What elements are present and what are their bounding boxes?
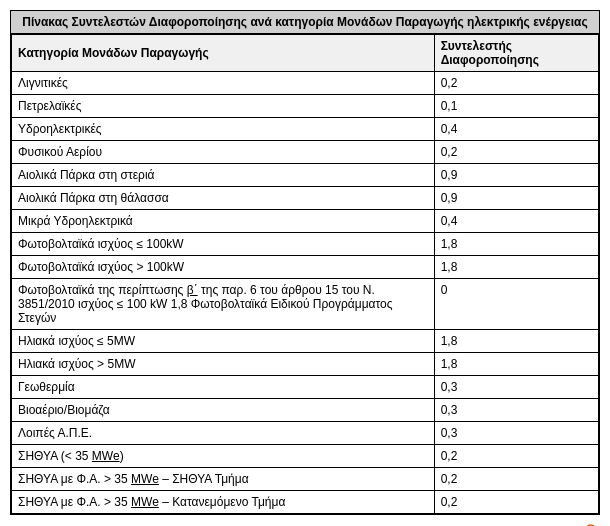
category-cell: ΣΗΘΥΑ με Φ.Α. > 35 MWe – Κατανεμόμενο Τμ… <box>12 491 435 514</box>
col2-header: Συντελεστής Διαφοροποίησης <box>434 35 598 72</box>
table-row: Φωτοβολταϊκά της περίπτωσης β΄ της παρ. … <box>12 279 599 330</box>
table-row: Ηλιακά ισχύος > 5MW1,8 <box>12 353 599 376</box>
category-cell: Ηλιακά ισχύος ≤ 5MW <box>12 330 435 353</box>
table-row: Αιολικά Πάρκα στη θάλασσα0,9 <box>12 187 599 210</box>
category-cell: ΣΗΘΥΑ (< 35 MWe) <box>12 445 435 468</box>
value-cell: 0,2 <box>434 72 598 95</box>
value-cell: 0,3 <box>434 399 598 422</box>
table-row: ΣΗΘΥΑ με Φ.Α. > 35 MWe – Κατανεμόμενο Τμ… <box>12 491 599 514</box>
value-cell: 1,8 <box>434 330 598 353</box>
category-cell: Φωτοβολταϊκά ισχύος > 100kW <box>12 256 435 279</box>
bottom-icon: ⊕ <box>10 515 600 526</box>
value-cell: 0,1 <box>434 95 598 118</box>
category-cell: Υδροηλεκτρικές <box>12 118 435 141</box>
value-cell: 0,4 <box>434 118 598 141</box>
table-row: Λοιπές Α.Π.Ε.0,3 <box>12 422 599 445</box>
table-row: Μικρά Υδροηλεκτρικά0,4 <box>12 210 599 233</box>
value-cell: 0,3 <box>434 376 598 399</box>
category-cell: Πετρελαϊκές <box>12 95 435 118</box>
category-cell: Φωτοβολταϊκά της περίπτωσης β΄ της παρ. … <box>12 279 435 330</box>
table-row: Υδροηλεκτρικές0,4 <box>12 118 599 141</box>
value-cell: 0,2 <box>434 491 598 514</box>
table-row: Φωτοβολταϊκά ισχύος ≤ 100kW1,8 <box>12 233 599 256</box>
value-cell: 0,2 <box>434 445 598 468</box>
category-cell: Αιολικά Πάρκα στη στεριά <box>12 164 435 187</box>
value-cell: 0,4 <box>434 210 598 233</box>
category-cell: ΣΗΘΥΑ με Φ.Α. > 35 MWe – ΣΗΘΥΑ Τμήμα <box>12 468 435 491</box>
category-cell: Φυσικού Αερίου <box>12 141 435 164</box>
table-row: Βιοαέριο/Βιομάζα0,3 <box>12 399 599 422</box>
value-cell: 0 <box>434 279 598 330</box>
value-cell: 0,2 <box>434 141 598 164</box>
category-cell: Λιγνιτικές <box>12 72 435 95</box>
table-row: Γεωθερμία0,3 <box>12 376 599 399</box>
table-row: Φωτοβολταϊκά ισχύος > 100kW1,8 <box>12 256 599 279</box>
category-cell: Γεωθερμία <box>12 376 435 399</box>
category-cell: Μικρά Υδροηλεκτρικά <box>12 210 435 233</box>
main-table-container: Πίνακας Συντελεστών Διαφοροποίησης ανά κ… <box>10 10 600 515</box>
table-row: Φυσικού Αερίου0,2 <box>12 141 599 164</box>
value-cell: 0,9 <box>434 164 598 187</box>
category-cell: Ηλιακά ισχύος > 5MW <box>12 353 435 376</box>
category-cell: Βιοαέριο/Βιομάζα <box>12 399 435 422</box>
value-cell: 1,8 <box>434 233 598 256</box>
value-cell: 0,3 <box>434 422 598 445</box>
table-row: Αιολικά Πάρκα στη στεριά0,9 <box>12 164 599 187</box>
table-row: ΣΗΘΥΑ (< 35 MWe)0,2 <box>12 445 599 468</box>
table-row: Πετρελαϊκές0,1 <box>12 95 599 118</box>
col1-header: Κατηγορία Μονάδων Παραγωγής <box>12 35 435 72</box>
data-table: Κατηγορία Μονάδων Παραγωγής Συντελεστής … <box>11 34 599 514</box>
value-cell: 1,8 <box>434 256 598 279</box>
value-cell: 1,8 <box>434 353 598 376</box>
table-row: ΣΗΘΥΑ με Φ.Α. > 35 MWe – ΣΗΘΥΑ Τμήμα0,2 <box>12 468 599 491</box>
category-cell: Φωτοβολταϊκά ισχύος ≤ 100kW <box>12 233 435 256</box>
value-cell: 0,2 <box>434 468 598 491</box>
category-cell: Λοιπές Α.Π.Ε. <box>12 422 435 445</box>
category-cell: Αιολικά Πάρκα στη θάλασσα <box>12 187 435 210</box>
table-title: Πίνακας Συντελεστών Διαφοροποίησης ανά κ… <box>11 11 599 34</box>
value-cell: 0,9 <box>434 187 598 210</box>
table-row: Λιγνιτικές0,2 <box>12 72 599 95</box>
table-row: Ηλιακά ισχύος ≤ 5MW1,8 <box>12 330 599 353</box>
